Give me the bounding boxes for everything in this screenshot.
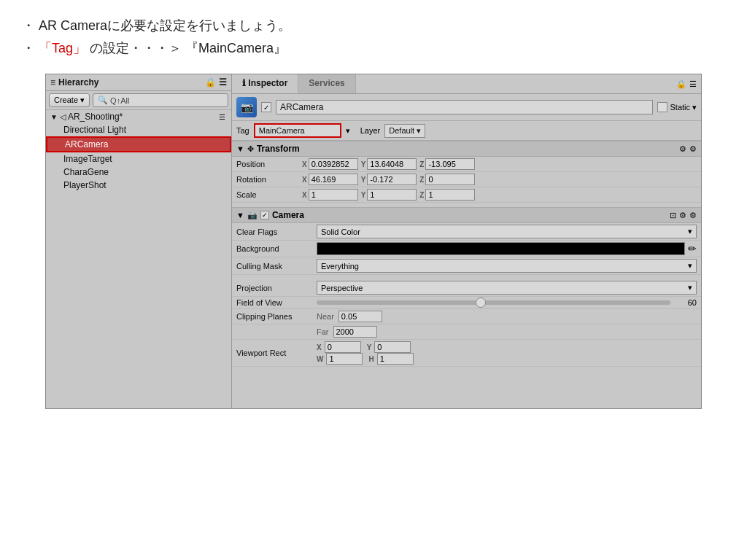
hierarchy-item-playershot[interactable]: PlayerShot xyxy=(46,179,231,192)
static-checkbox[interactable] xyxy=(657,102,667,112)
fov-slider-group: 60 xyxy=(317,298,697,307)
scale-x-label: X xyxy=(302,191,307,199)
rotation-z-input[interactable] xyxy=(425,174,475,185)
hierarchy-item-charagene[interactable]: CharaGene xyxy=(46,166,231,179)
position-x-field: X xyxy=(302,158,358,170)
camera-icons: ⊡ ⚙ ⚙ xyxy=(670,211,697,220)
go-header: 📷 ✓ ARCamera Static ▾ xyxy=(232,94,701,121)
position-y-label: Y xyxy=(361,160,366,168)
position-xyz: X Y Z xyxy=(302,158,697,170)
hierarchy-item-ar_shooting[interactable]: ▼ ◁ AR_Shooting* ☰ xyxy=(46,110,231,123)
tag-dropdown[interactable]: MainCamera xyxy=(254,123,341,138)
viewport-w-input[interactable] xyxy=(326,353,363,365)
scale-x-input[interactable] xyxy=(309,189,358,201)
scale-y-input[interactable] xyxy=(367,189,417,201)
viewport-w-label: W xyxy=(317,355,323,363)
hierarchy-item-menu: ☰ xyxy=(219,113,225,121)
clear-flags-dropdown[interactable]: Solid Color ▾ xyxy=(317,225,697,238)
viewport-x-label: X xyxy=(317,343,322,351)
scale-z-input[interactable] xyxy=(425,189,475,201)
hierarchy-lock-icon: 🔒 xyxy=(205,77,216,88)
camera-help-icon[interactable]: ⚙ xyxy=(679,211,686,220)
tab-inspector[interactable]: ℹ Inspector xyxy=(232,74,298,93)
layer-dropdown[interactable]: Default ▾ xyxy=(384,124,425,138)
bullet-list: ・ AR Cameraに必要な設定を行いましょう。 ・ 「Tag」 の設定・・・… xyxy=(22,15,725,59)
rotation-y-input[interactable] xyxy=(367,174,417,185)
tab-inspector-label: Inspector xyxy=(248,78,287,88)
fov-label: Field of View xyxy=(236,298,317,307)
hierarchy-search[interactable]: 🔍 Q↑All xyxy=(93,93,228,107)
fov-slider-track[interactable] xyxy=(317,300,670,305)
scale-z-field: Z xyxy=(419,189,475,201)
inspector-lock-icon: 🔒 xyxy=(676,79,686,89)
fov-slider-thumb[interactable] xyxy=(476,298,486,308)
transform-settings-icon[interactable]: ⚙ xyxy=(689,144,697,154)
position-x-input[interactable] xyxy=(309,158,358,170)
culling-mask-row: Culling Mask Everything ▾ xyxy=(232,257,701,275)
scale-row: Scale X Y Z xyxy=(232,187,701,203)
viewport-y-label: Y xyxy=(367,343,372,351)
tab-services[interactable]: Services xyxy=(298,74,355,93)
viewport-h-input[interactable] xyxy=(377,353,414,365)
camera-title: Camera xyxy=(272,210,304,220)
hierarchy-item-directional-light[interactable]: Directional Light xyxy=(46,123,231,136)
static-dropdown-arrow: ▾ xyxy=(692,103,697,112)
camera-reset-icon[interactable]: ⊡ xyxy=(670,211,676,220)
projection-arrow: ▾ xyxy=(688,283,692,292)
rotation-x-input[interactable] xyxy=(309,174,358,185)
scale-label: Scale xyxy=(236,190,302,199)
go-checkbox[interactable]: ✓ xyxy=(261,102,271,112)
background-picker-icon[interactable]: ✏ xyxy=(688,243,697,254)
background-color-field[interactable] xyxy=(317,242,685,255)
search-icon: 🔍 xyxy=(98,96,108,105)
go-icon: 📷 xyxy=(236,97,257,117)
position-z-input[interactable] xyxy=(425,158,475,170)
culling-mask-arrow: ▾ xyxy=(688,261,692,271)
transform-icon: ✥ xyxy=(247,144,254,154)
projection-label: Projection xyxy=(236,284,317,292)
viewport-y-input[interactable] xyxy=(374,341,411,353)
layer-label: Layer xyxy=(360,126,381,135)
viewport-row-2: W H xyxy=(317,353,697,365)
rotation-label: Rotation xyxy=(236,175,302,184)
hierarchy-toolbar: Create ▾ 🔍 Q↑All xyxy=(46,91,231,110)
rotation-row: Rotation X Y Z xyxy=(232,172,701,187)
create-button[interactable]: Create ▾ xyxy=(49,93,90,107)
hierarchy-item-arcamera[interactable]: ARCamera xyxy=(46,136,231,152)
go-name-field[interactable]: ARCamera xyxy=(276,100,653,114)
near-label: Near xyxy=(317,312,334,321)
page-content: ・ AR Cameraに必要な設定を行いましょう。 ・ 「Tag」 の設定・・・… xyxy=(0,0,747,431)
hierarchy-item-imagetarget[interactable]: ImageTarget xyxy=(46,152,231,166)
viewport-rect-row: Viewport Rect X Y W H xyxy=(232,340,701,367)
hierarchy-item-label: ImageTarget xyxy=(63,154,112,164)
camera-settings-icon[interactable]: ⚙ xyxy=(689,211,697,220)
fov-row: Field of View 60 xyxy=(232,297,701,309)
hierarchy-hamburger-icon: ☰ xyxy=(219,77,227,88)
transform-reset-icon[interactable]: ⚙ xyxy=(679,144,686,154)
culling-mask-dropdown[interactable]: Everything ▾ xyxy=(317,259,697,273)
position-y-input[interactable] xyxy=(367,158,417,170)
scale-y-field: Y xyxy=(361,189,417,201)
far-input[interactable] xyxy=(333,326,377,338)
near-input[interactable] xyxy=(338,311,382,322)
search-placeholder: Q↑All xyxy=(110,96,129,105)
position-label: Position xyxy=(236,160,302,168)
scale-y-label: Y xyxy=(361,191,366,199)
clear-flags-label: Clear Flags xyxy=(236,228,317,236)
fov-value: 60 xyxy=(675,298,697,307)
viewport-x-input[interactable] xyxy=(325,341,361,353)
position-z-field: Z xyxy=(419,158,475,170)
position-y-field: Y xyxy=(361,158,417,170)
projection-dropdown[interactable]: Perspective ▾ xyxy=(317,281,697,295)
projection-row: Projection Perspective ▾ xyxy=(232,279,701,297)
hierarchy-item-label: ARCamera xyxy=(65,139,108,149)
rotation-xyz: X Y Z xyxy=(302,174,697,185)
clipping-planes-row: Clipping Planes Near xyxy=(232,309,701,324)
rotation-y-field: Y xyxy=(361,174,417,185)
bullet-1: ・ AR Cameraに必要な設定を行いましょう。 xyxy=(22,15,725,37)
camera-checkbox[interactable]: ✓ xyxy=(260,211,269,219)
culling-mask-label: Culling Mask xyxy=(236,262,317,271)
background-label: Background xyxy=(236,244,317,253)
camera-icon-wrapper: 📷 xyxy=(247,211,258,220)
scale-xyz: X Y Z xyxy=(302,189,697,201)
